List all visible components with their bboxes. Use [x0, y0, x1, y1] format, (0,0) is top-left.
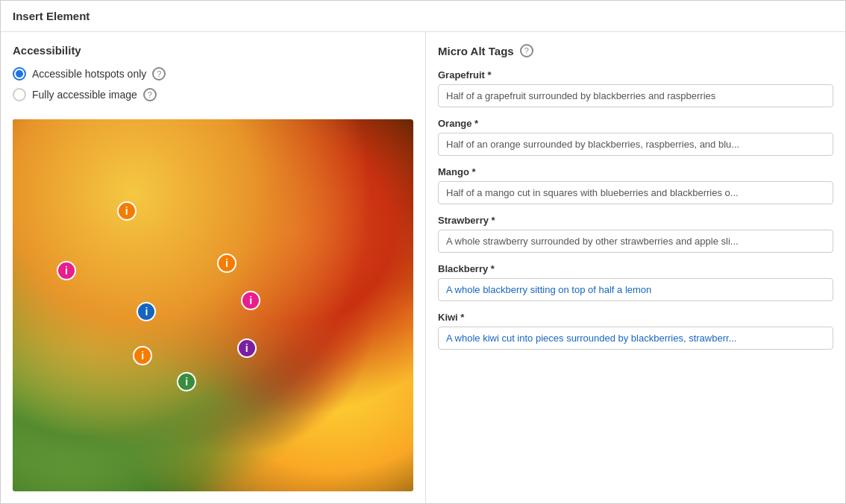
- hotspot-pineapple[interactable]: i: [117, 201, 137, 221]
- field-orange: Orange *: [438, 118, 833, 156]
- radio-hotspots[interactable]: [13, 67, 26, 81]
- dialog-header: Insert Element: [1, 1, 845, 32]
- header-title: Insert Element: [13, 10, 90, 22]
- label-blackberry: Blackberry *: [438, 263, 833, 274]
- field-mango: Mango *: [438, 166, 833, 204]
- hotspot-strawberry[interactable]: i: [241, 291, 260, 310]
- left-panel: Accessibility Accessible hotspots only ?…: [1, 32, 426, 503]
- input-mango[interactable]: [438, 181, 833, 204]
- hotspot-raspberry[interactable]: i: [57, 261, 76, 280]
- main-container: Insert Element Accessibility Accessible …: [0, 0, 846, 504]
- label-mango: Mango *: [438, 166, 833, 177]
- field-kiwi: Kiwi *: [438, 312, 833, 350]
- radio-item-fullimage[interactable]: Fully accessible image ?: [13, 88, 413, 101]
- label-grapefruit: Grapefruit *: [438, 69, 833, 81]
- radio-item-hotspots[interactable]: Accessible hotspots only ?: [13, 67, 413, 81]
- hotspot-orange[interactable]: i: [217, 253, 236, 273]
- label-kiwi: Kiwi *: [438, 312, 833, 323]
- help-icon-fullimage[interactable]: ?: [143, 88, 157, 101]
- field-blackberry: Blackberry *: [438, 263, 833, 301]
- micro-alt-title: Micro Alt Tags: [438, 45, 514, 57]
- input-blackberry[interactable]: [438, 278, 833, 301]
- input-grapefruit[interactable]: [438, 84, 833, 107]
- fruit-background: [13, 119, 413, 491]
- micro-alt-header: Micro Alt Tags ?: [438, 44, 833, 57]
- hotspot-mango[interactable]: i: [137, 302, 156, 321]
- input-strawberry[interactable]: [438, 230, 833, 253]
- field-grapefruit: Grapefruit *: [438, 69, 833, 107]
- field-strawberry: Strawberry *: [438, 215, 833, 253]
- input-kiwi[interactable]: [438, 327, 833, 350]
- radio-fullimage[interactable]: [13, 88, 26, 101]
- help-icon-micro-alt[interactable]: ?: [520, 44, 533, 57]
- fruit-image-container: i i i i i i i i: [13, 119, 413, 491]
- help-icon-hotspots[interactable]: ?: [152, 67, 166, 81]
- input-orange[interactable]: [438, 133, 833, 156]
- dialog-body: Accessibility Accessible hotspots only ?…: [1, 32, 845, 503]
- accessibility-title: Accessibility: [13, 44, 413, 57]
- accessibility-radio-group: Accessible hotspots only ? Fully accessi…: [13, 67, 413, 109]
- radio-fullimage-label: Fully accessible image: [32, 89, 137, 101]
- hotspot-blackberry[interactable]: i: [237, 338, 257, 358]
- right-panel: Micro Alt Tags ? Grapefruit * Orange * M…: [426, 32, 845, 503]
- label-orange: Orange *: [438, 118, 833, 129]
- label-strawberry: Strawberry *: [438, 215, 833, 226]
- radio-hotspots-label: Accessible hotspots only: [32, 68, 146, 80]
